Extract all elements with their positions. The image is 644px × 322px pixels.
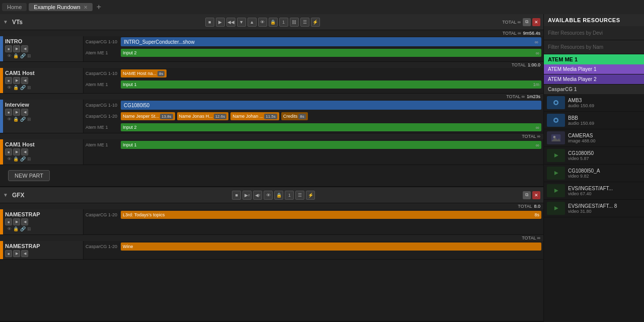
gfx-window-buttons: ⧉ ✕: [523, 191, 540, 199]
play-btn[interactable]: ▶: [216, 18, 225, 27]
resource-name-2: CAMERAS: [568, 133, 641, 138]
atem-media-player-1[interactable]: ATEM Media Player 1: [544, 64, 644, 74]
cam1-2-play[interactable]: ▶: [13, 148, 20, 155]
cam1-1-lock-icon[interactable]: 🔒: [13, 85, 19, 90]
cam1-1-stop[interactable]: ■: [5, 77, 12, 84]
intro-prev[interactable]: ◀: [21, 45, 28, 52]
interview-eye-icon[interactable]: 👁: [7, 117, 12, 122]
svg-point-1: [555, 102, 557, 104]
cam1-2-label-area: CAM1 Host ■ ▶ ◀ 👁 🔒 🔗 ⊞: [3, 139, 84, 165]
gfx-lightning-btn[interactable]: ⚡: [306, 191, 315, 200]
gfx-label: GFX: [12, 192, 25, 199]
namestrap-2-controls: ■ ▶ ◀: [5, 250, 81, 257]
cam1-2-eye-icon[interactable]: 👁: [7, 156, 12, 162]
interview-stop[interactable]: ■: [5, 109, 12, 116]
cam1-1-link-icon[interactable]: 🔗: [20, 85, 26, 90]
close-btn[interactable]: ✕: [532, 18, 540, 26]
interview-grid-icon[interactable]: ⊞: [27, 117, 31, 122]
cam1-2-prev[interactable]: ◀: [21, 148, 28, 155]
resource-item-3[interactable]: CG1080I50video 5.87: [544, 147, 644, 165]
link-btn[interactable]: ⛓: [290, 18, 299, 27]
gfx-stop-btn[interactable]: ■: [232, 191, 241, 200]
vts-expand-icon[interactable]: ▼: [3, 19, 8, 25]
gfx-eye-btn[interactable]: 👁: [264, 191, 273, 200]
resource-thumb-5: [547, 184, 565, 197]
num-btn[interactable]: 1: [279, 18, 288, 27]
cam1-2-link-icon[interactable]: 🔗: [20, 156, 26, 162]
arrow-up-btn[interactable]: ▲: [248, 18, 257, 27]
cam1-1-eye-icon[interactable]: 👁: [7, 85, 12, 90]
right-sidebar: AVAILABLE RESOURCES ATEM ME 1 ATEM Media…: [543, 14, 644, 322]
namestrap-1-link-icon[interactable]: 🔗: [20, 226, 26, 231]
namestrap-2-stop[interactable]: ■: [5, 250, 12, 257]
filter-device-input[interactable]: [544, 26, 644, 40]
namestrap-2-play[interactable]: ▶: [13, 250, 20, 257]
gfx-list-btn[interactable]: ☰: [295, 191, 304, 200]
interview-lock-icon[interactable]: 🔒: [13, 117, 19, 122]
namestrap-1-caspar-src: CasparCG 1-20: [86, 212, 121, 217]
gfx-minimize-btn[interactable]: ⧉: [523, 191, 531, 199]
namestrap-1-stop[interactable]: ■: [5, 218, 12, 225]
intro-eye-icon[interactable]: 👁: [7, 53, 12, 58]
arrow-down-btn[interactable]: ▼: [237, 18, 246, 27]
tab-home[interactable]: Home: [2, 3, 27, 11]
intro-name: INTRO: [5, 38, 81, 44]
lock-btn[interactable]: 🔒: [269, 18, 278, 27]
interview-total: TOTAL ∞ 1m23s: [0, 94, 543, 100]
intro-link-icon[interactable]: 🔗: [20, 53, 26, 58]
caspar-section-label: CasparCG 1: [544, 85, 644, 94]
namestrap-2-prev[interactable]: ◀: [21, 250, 28, 257]
filter-name-input[interactable]: [544, 40, 644, 54]
resource-thumb-3: [547, 149, 565, 162]
cam1-2-stop[interactable]: ■: [5, 148, 12, 155]
namestrap-1-label-area: NAMESTRAP ■ ▶ ◀ 👁 🔒 🔗 ⊞: [3, 209, 84, 234]
list-btn[interactable]: ☰: [300, 18, 309, 27]
intro-tracks: CasparCG 1-10 INTRO_SuperConducter...sho…: [84, 36, 543, 61]
intro-play[interactable]: ▶: [13, 45, 20, 52]
eye-btn[interactable]: 👁: [258, 18, 267, 27]
resource-info-1: BBBaudio 150.69: [568, 115, 641, 126]
intro-stop[interactable]: ■: [5, 45, 12, 52]
gfx-close-btn[interactable]: ✕: [532, 191, 540, 199]
namestrap-2-track-row: NAMESTRAP ■ ▶ ◀ CasparCG 1-20 Wine: [0, 241, 543, 260]
intro-grid-icon[interactable]: ⊞: [27, 53, 31, 58]
resource-item-6[interactable]: EVS/INGEST/AFT... 8video 31.80: [544, 200, 644, 217]
tab-close-icon[interactable]: ✕: [84, 5, 88, 10]
minimize-btn[interactable]: ⧉: [523, 18, 531, 26]
gfx-lock-btn[interactable]: 🔒: [274, 191, 283, 200]
new-part-button[interactable]: NEW PART: [8, 170, 50, 181]
namestrap-2-tracks: CasparCG 1-20 Wine: [84, 241, 543, 259]
cam1-2-grid-icon[interactable]: ⊞: [27, 156, 31, 162]
resource-item-4[interactable]: CG1080I50_Avideo 9.82: [544, 165, 644, 182]
namestrap-1-play[interactable]: ▶: [13, 218, 20, 225]
atem-media-player-2[interactable]: ATEM Media Player 2: [544, 74, 644, 85]
lightning-btn[interactable]: ⚡: [311, 18, 320, 27]
namestrap-1-grid-icon[interactable]: ⊞: [27, 226, 31, 231]
resource-item-5[interactable]: EVS/INGEST/AFT...video 67.40: [544, 182, 644, 200]
cam1-2-lock-icon[interactable]: 🔒: [13, 156, 19, 162]
resource-info-6: EVS/INGEST/AFT... 8video 31.80: [568, 203, 641, 214]
namestrap-1-eye-icon[interactable]: 👁: [7, 226, 12, 231]
cam1-1-grid-icon[interactable]: ⊞: [27, 85, 31, 90]
cam1-2-name: CAM1 Host: [5, 141, 81, 147]
cam1-1-prev[interactable]: ◀: [21, 77, 28, 84]
resource-item-0[interactable]: AMB3audio 150.69: [544, 94, 644, 112]
intro-lock-icon[interactable]: 🔒: [13, 53, 19, 58]
resource-name-4: CG1080I50_A: [568, 168, 641, 174]
cam1-1-play[interactable]: ▶: [13, 77, 20, 84]
interview-prev[interactable]: ◀: [21, 109, 28, 116]
gfx-expand-icon[interactable]: ▼: [3, 192, 8, 198]
interview-link-icon[interactable]: 🔗: [20, 117, 26, 122]
namestrap-1-lock-icon[interactable]: 🔒: [13, 226, 19, 231]
tab-example-rundown[interactable]: Example Rundown ✕: [29, 3, 92, 11]
gfx-num-btn[interactable]: 1: [285, 191, 294, 200]
prev-btn[interactable]: ◀◀: [226, 18, 235, 27]
gfx-prev-btn[interactable]: ◀2: [253, 191, 262, 200]
resource-item-1[interactable]: BBBaudio 150.69: [544, 112, 644, 129]
gfx-play-btn[interactable]: ▶2: [243, 191, 252, 200]
namestrap-1-prev[interactable]: ◀: [21, 218, 28, 225]
stop-btn[interactable]: ■: [205, 18, 214, 27]
interview-play[interactable]: ▶: [13, 109, 20, 116]
resource-item-2[interactable]: CAMERASimage 488.00: [544, 129, 644, 147]
tab-add-button[interactable]: +: [95, 3, 103, 12]
